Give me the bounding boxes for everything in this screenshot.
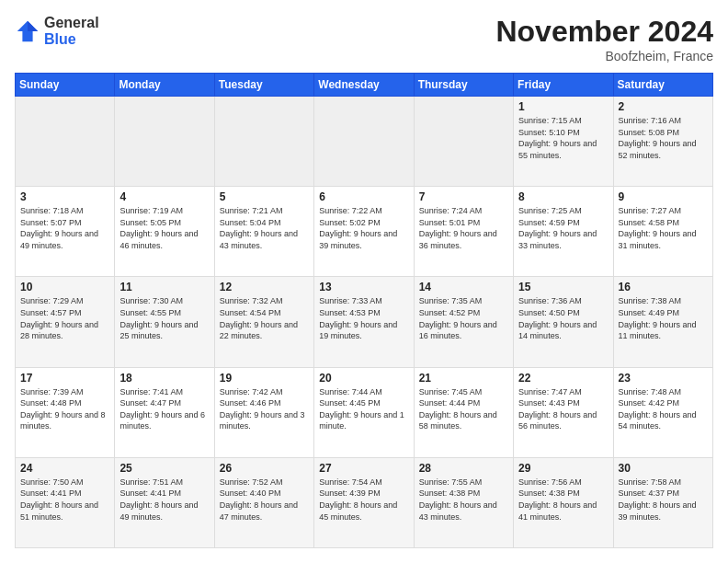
day-info: Sunrise: 7:51 AM Sunset: 4:41 PM Dayligh…	[119, 477, 209, 523]
calendar-cell-w4-d3: 19Sunrise: 7:42 AM Sunset: 4:46 PM Dayli…	[214, 367, 313, 457]
calendar-cell-w2-d3: 5Sunrise: 7:21 AM Sunset: 5:04 PM Daylig…	[214, 187, 313, 277]
logo-general-text: General	[44, 15, 99, 31]
day-number: 6	[319, 190, 408, 203]
day-number: 24	[20, 462, 109, 475]
calendar-cell-w5-d2: 25Sunrise: 7:51 AM Sunset: 4:41 PM Dayli…	[115, 457, 214, 547]
calendar-cell-w1-d5	[414, 97, 513, 187]
calendar-cell-w5-d6: 29Sunrise: 7:56 AM Sunset: 4:38 PM Dayli…	[514, 457, 613, 547]
calendar-cell-w5-d5: 28Sunrise: 7:55 AM Sunset: 4:38 PM Dayli…	[414, 457, 513, 547]
day-number: 7	[419, 190, 508, 203]
calendar-week-2: 3Sunrise: 7:18 AM Sunset: 5:07 PM Daylig…	[16, 187, 713, 277]
day-number: 25	[119, 462, 209, 475]
day-number: 15	[518, 281, 608, 293]
day-info: Sunrise: 7:47 AM Sunset: 4:43 PM Dayligh…	[518, 386, 608, 432]
col-wednesday: Wednesday	[314, 74, 414, 97]
day-number: 8	[518, 190, 608, 203]
day-info: Sunrise: 7:55 AM Sunset: 4:38 PM Dayligh…	[419, 477, 508, 523]
calendar-cell-w2-d4: 6Sunrise: 7:22 AM Sunset: 5:02 PM Daylig…	[314, 187, 414, 277]
calendar-cell-w5-d3: 26Sunrise: 7:52 AM Sunset: 4:40 PM Dayli…	[214, 457, 313, 547]
col-monday: Monday	[115, 74, 214, 97]
day-info: Sunrise: 7:48 AM Sunset: 4:42 PM Dayligh…	[619, 386, 708, 432]
day-number: 29	[518, 462, 608, 475]
calendar-cell-w2-d7: 9Sunrise: 7:27 AM Sunset: 4:58 PM Daylig…	[613, 187, 712, 277]
calendar-table: Sunday Monday Tuesday Wednesday Thursday…	[15, 73, 713, 548]
calendar-cell-w3-d1: 10Sunrise: 7:29 AM Sunset: 4:57 PM Dayli…	[16, 277, 115, 367]
logo: General Blue	[15, 15, 99, 47]
day-info: Sunrise: 7:24 AM Sunset: 5:01 PM Dayligh…	[419, 205, 508, 251]
day-info: Sunrise: 7:27 AM Sunset: 4:58 PM Dayligh…	[619, 205, 708, 251]
calendar-cell-w3-d7: 16Sunrise: 7:38 AM Sunset: 4:49 PM Dayli…	[613, 277, 712, 367]
calendar-week-4: 17Sunrise: 7:39 AM Sunset: 4:48 PM Dayli…	[16, 367, 713, 457]
col-friday: Friday	[514, 74, 613, 97]
day-number: 10	[20, 281, 109, 293]
title-block: November 2024 Boofzheim, France	[495, 15, 713, 63]
calendar-week-3: 10Sunrise: 7:29 AM Sunset: 4:57 PM Dayli…	[16, 277, 713, 367]
calendar-cell-w1-d1	[16, 97, 115, 187]
calendar-cell-w5-d1: 24Sunrise: 7:50 AM Sunset: 4:41 PM Dayli…	[16, 457, 115, 547]
day-info: Sunrise: 7:35 AM Sunset: 4:52 PM Dayligh…	[419, 295, 508, 341]
calendar-cell-w1-d2	[115, 97, 214, 187]
day-number: 23	[619, 372, 708, 385]
day-number: 3	[20, 190, 109, 203]
calendar-cell-w3-d2: 11Sunrise: 7:30 AM Sunset: 4:55 PM Dayli…	[115, 277, 214, 367]
calendar-cell-w3-d5: 14Sunrise: 7:35 AM Sunset: 4:52 PM Dayli…	[414, 277, 513, 367]
day-info: Sunrise: 7:25 AM Sunset: 4:59 PM Dayligh…	[518, 205, 608, 251]
col-sunday: Sunday	[16, 74, 115, 97]
day-info: Sunrise: 7:52 AM Sunset: 4:40 PM Dayligh…	[220, 477, 309, 523]
day-number: 22	[518, 372, 608, 385]
day-info: Sunrise: 7:30 AM Sunset: 4:55 PM Dayligh…	[119, 295, 209, 341]
calendar-cell-w1-d6: 1Sunrise: 7:15 AM Sunset: 5:10 PM Daylig…	[514, 97, 613, 187]
col-tuesday: Tuesday	[214, 74, 313, 97]
calendar-cell-w4-d1: 17Sunrise: 7:39 AM Sunset: 4:48 PM Dayli…	[16, 367, 115, 457]
day-info: Sunrise: 7:32 AM Sunset: 4:54 PM Dayligh…	[220, 295, 309, 341]
day-info: Sunrise: 7:19 AM Sunset: 5:05 PM Dayligh…	[119, 205, 209, 251]
calendar-cell-w1-d7: 2Sunrise: 7:16 AM Sunset: 5:08 PM Daylig…	[613, 97, 712, 187]
day-number: 30	[619, 462, 708, 475]
svg-marker-1	[28, 20, 38, 30]
logo-blue-text: Blue	[44, 31, 99, 48]
day-info: Sunrise: 7:56 AM Sunset: 4:38 PM Dayligh…	[518, 477, 608, 523]
day-number: 11	[119, 281, 209, 293]
col-thursday: Thursday	[414, 74, 513, 97]
day-info: Sunrise: 7:42 AM Sunset: 4:46 PM Dayligh…	[220, 386, 309, 432]
day-number: 27	[319, 462, 408, 475]
calendar-cell-w4-d2: 18Sunrise: 7:41 AM Sunset: 4:47 PM Dayli…	[115, 367, 214, 457]
day-info: Sunrise: 7:15 AM Sunset: 5:10 PM Dayligh…	[518, 115, 608, 161]
calendar-cell-w4-d5: 21Sunrise: 7:45 AM Sunset: 4:44 PM Dayli…	[414, 367, 513, 457]
calendar-cell-w2-d2: 4Sunrise: 7:19 AM Sunset: 5:05 PM Daylig…	[115, 187, 214, 277]
day-number: 1	[518, 100, 608, 113]
day-number: 26	[220, 462, 309, 475]
calendar-cell-w1-d4	[314, 97, 414, 187]
calendar-cell-w4-d6: 22Sunrise: 7:47 AM Sunset: 4:43 PM Dayli…	[514, 367, 613, 457]
day-number: 2	[619, 100, 708, 113]
day-number: 14	[419, 281, 508, 293]
day-number: 18	[119, 372, 209, 385]
calendar-cell-w2-d1: 3Sunrise: 7:18 AM Sunset: 5:07 PM Daylig…	[16, 187, 115, 277]
calendar-cell-w3-d3: 12Sunrise: 7:32 AM Sunset: 4:54 PM Dayli…	[214, 277, 313, 367]
calendar-cell-w1-d3	[214, 97, 313, 187]
calendar-cell-w5-d4: 27Sunrise: 7:54 AM Sunset: 4:39 PM Dayli…	[314, 457, 414, 547]
calendar-cell-w2-d5: 7Sunrise: 7:24 AM Sunset: 5:01 PM Daylig…	[414, 187, 513, 277]
day-info: Sunrise: 7:50 AM Sunset: 4:41 PM Dayligh…	[20, 477, 109, 523]
day-number: 9	[619, 190, 708, 203]
day-info: Sunrise: 7:16 AM Sunset: 5:08 PM Dayligh…	[619, 115, 708, 161]
day-info: Sunrise: 7:45 AM Sunset: 4:44 PM Dayligh…	[419, 386, 508, 432]
col-saturday: Saturday	[613, 74, 712, 97]
day-number: 28	[419, 462, 508, 475]
day-number: 4	[119, 190, 209, 203]
location: Boofzheim, France	[495, 49, 713, 63]
day-info: Sunrise: 7:29 AM Sunset: 4:57 PM Dayligh…	[20, 295, 109, 341]
day-info: Sunrise: 7:18 AM Sunset: 5:07 PM Dayligh…	[20, 205, 109, 251]
day-number: 13	[319, 281, 408, 293]
day-info: Sunrise: 7:21 AM Sunset: 5:04 PM Dayligh…	[220, 205, 309, 251]
calendar-cell-w4-d7: 23Sunrise: 7:48 AM Sunset: 4:42 PM Dayli…	[613, 367, 712, 457]
day-info: Sunrise: 7:22 AM Sunset: 5:02 PM Dayligh…	[319, 205, 408, 251]
month-title: November 2024	[495, 15, 713, 49]
header: General Blue November 2024 Boofzheim, Fr…	[15, 15, 713, 63]
calendar-cell-w4-d4: 20Sunrise: 7:44 AM Sunset: 4:45 PM Dayli…	[314, 367, 414, 457]
calendar-header-row: Sunday Monday Tuesday Wednesday Thursday…	[16, 74, 713, 97]
calendar-cell-w3-d6: 15Sunrise: 7:36 AM Sunset: 4:50 PM Dayli…	[514, 277, 613, 367]
logo-icon	[15, 18, 40, 44]
day-info: Sunrise: 7:33 AM Sunset: 4:53 PM Dayligh…	[319, 295, 408, 341]
day-number: 19	[220, 372, 309, 385]
